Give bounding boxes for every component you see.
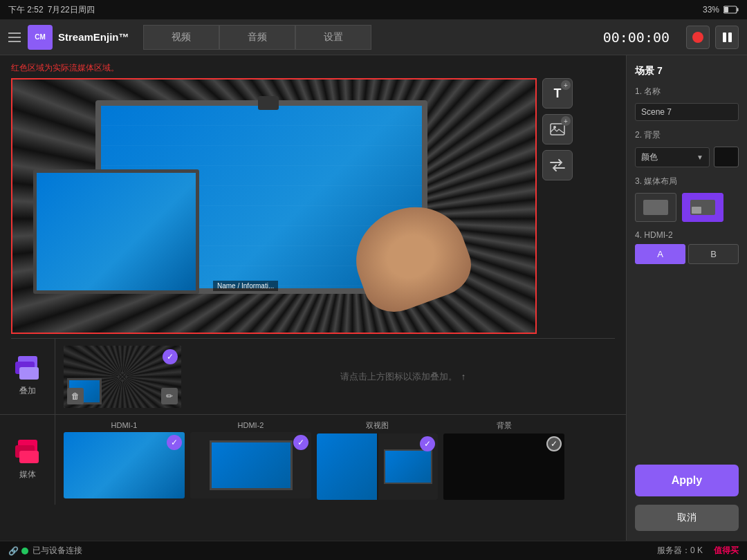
add-text-button[interactable]: + T [542, 78, 573, 109]
preview-laptop [33, 169, 199, 294]
logo-text: StreamEnjin™ [58, 31, 129, 43]
layer-card-3 [19, 367, 39, 380]
record-dot [692, 32, 703, 43]
battery-icon [723, 6, 739, 14]
media-item-hdmi2: HDMI-2 ✓ [190, 421, 311, 498]
dual-left [317, 433, 377, 500]
media-label: 媒体 [19, 469, 36, 480]
camera-device [258, 96, 279, 110]
svg-point-4 [553, 126, 556, 129]
hdmi-b-button[interactable]: B [688, 244, 739, 264]
bg-section-label: 2. 背景 [635, 129, 739, 141]
status-date: 7月22日周四 [48, 4, 95, 16]
nav-tabs: 视频 音频 设置 [143, 25, 371, 50]
scene-name-input[interactable] [635, 103, 739, 121]
media-layer-3 [19, 451, 39, 463]
hdmi2-check: ✓ [293, 435, 308, 450]
name-section-label: 1. 名称 [635, 86, 739, 97]
connected-text: 已与设备连接 [33, 545, 82, 557]
overlay-panel: 叠加 ✓ 🗑 ✏ [0, 339, 626, 415]
tab-video[interactable]: 视频 [143, 25, 219, 50]
bg-color-swatch[interactable] [714, 147, 739, 167]
layout-options [635, 193, 739, 222]
overlay-hint: 请点击上方图标以添加叠加。 ↑ [188, 371, 618, 383]
plus-icon: + [561, 80, 571, 90]
plus-icon-2: + [561, 116, 571, 126]
overlay-arrow-icon: ↑ [461, 371, 466, 382]
name-label: Name / Informati... [213, 281, 278, 291]
bg-row: 颜色 ▼ [635, 147, 739, 167]
right-sidebar: 场景 7 1. 名称 2. 背景 颜色 ▼ 3. 媒体布局 [626, 55, 747, 541]
preview-area: 红色区域为实际流媒体区域。 [0, 55, 626, 338]
tab-audio[interactable]: 音频 [219, 25, 295, 50]
svg-rect-2 [737, 8, 739, 12]
hdmi1-check: ✓ [167, 435, 182, 450]
center-area: 红色区域为实际流媒体区域。 [0, 55, 626, 541]
media-thumb-hdmi2[interactable]: ✓ [190, 432, 311, 498]
bottom-panels: 叠加 ✓ 🗑 ✏ [0, 339, 626, 541]
main-area: 红色区域为实际流媒体区域。 [0, 55, 747, 541]
dual-right-screen [384, 449, 432, 484]
overlay-layers-icon [15, 356, 40, 381]
layout-single-button[interactable] [635, 193, 676, 222]
hamburger-menu[interactable] [8, 32, 21, 42]
spacer [635, 272, 739, 456]
media-item-hdmi1: HDMI-1 ✓ [64, 421, 185, 498]
svg-rect-1 [724, 7, 728, 12]
overlay-icon-col: 叠加 [0, 339, 55, 414]
layout-pip-button[interactable] [682, 193, 723, 222]
hdmi2-inner-monitor [210, 440, 293, 490]
hdmi-a-button[interactable]: A [635, 244, 685, 264]
tab-settings[interactable]: 设置 [295, 25, 371, 50]
media-item-dual: 双视图 ✓ [317, 420, 438, 500]
overlay-delete-button[interactable]: 🗑 [67, 388, 84, 404]
media-icon-col: 媒体 [0, 415, 55, 505]
media-panel: 媒体 HDMI-1 ✓ HDMI-2 [0, 415, 626, 505]
cancel-button[interactable]: 取消 [635, 505, 739, 531]
media-thumb-bg[interactable]: ✓ [443, 433, 564, 500]
media-thumb-hdmi1[interactable]: ✓ [64, 432, 185, 498]
apply-button[interactable]: Apply [635, 465, 739, 496]
hdmi-label: 4. HDMI-2 [635, 230, 739, 240]
preview-tools: + T + [542, 78, 573, 180]
bg-section: 2. 背景 颜色 ▼ [635, 129, 739, 167]
media-item-label-hdmi1: HDMI-1 [111, 421, 138, 429]
media-layers-icon [15, 440, 40, 465]
preview-frame: Name / Informati... [11, 78, 537, 334]
logo-icon: CM [28, 25, 53, 50]
overlay-edit-button[interactable]: ✏ [161, 388, 178, 404]
media-thumb-dual[interactable]: ✓ [317, 433, 438, 500]
server-text: 服务器：0 K [657, 545, 703, 557]
bg-color-select[interactable]: 颜色 ▼ [635, 147, 710, 167]
svg-rect-3 [551, 124, 564, 135]
watermark-text: 值得买 [714, 545, 739, 557]
media-item-label-dual: 双视图 [366, 420, 389, 431]
pause-icon [723, 32, 732, 42]
laptop-screen [37, 173, 196, 290]
connected-dot [21, 548, 28, 554]
hdmi-section: 4. HDMI-2 A B [635, 230, 739, 264]
layout-section: 3. 媒体布局 [635, 176, 739, 222]
chevron-down-icon: ▼ [697, 153, 703, 161]
name-section: 1. 名称 [635, 86, 739, 121]
nav-bar: CM StreamEnjin™ 视频 音频 设置 00:00:00 [0, 19, 747, 55]
dual-check: ✓ [420, 436, 435, 451]
swap-icon [549, 158, 566, 172]
hdmi-buttons: A B [635, 244, 739, 264]
pause-button[interactable] [715, 26, 739, 49]
red-warning: 红色区域为实际流媒体区域。 [11, 62, 615, 74]
media-item-label-bg: 背景 [497, 420, 512, 431]
add-image-button[interactable]: + [542, 114, 573, 144]
swap-button[interactable] [542, 150, 573, 180]
overlay-hint-text: 请点击上方图标以添加叠加。 [340, 371, 457, 383]
record-button[interactable] [686, 26, 710, 49]
layout-single-icon [643, 200, 668, 215]
timer-display: 00:00:00 [603, 29, 670, 46]
bg-select-text: 颜色 [641, 151, 658, 163]
overlay-content: ✓ 🗑 ✏ 请点击上方图标以添加叠加。 ↑ [55, 339, 626, 414]
overlay-label: 叠加 [19, 385, 36, 397]
overlay-check-icon: ✓ [163, 349, 178, 364]
overlay-thumb-item: ✓ 🗑 ✏ [64, 346, 181, 408]
media-item-bg: 背景 ✓ [443, 420, 564, 500]
media-item-label-hdmi2: HDMI-2 [238, 421, 264, 429]
